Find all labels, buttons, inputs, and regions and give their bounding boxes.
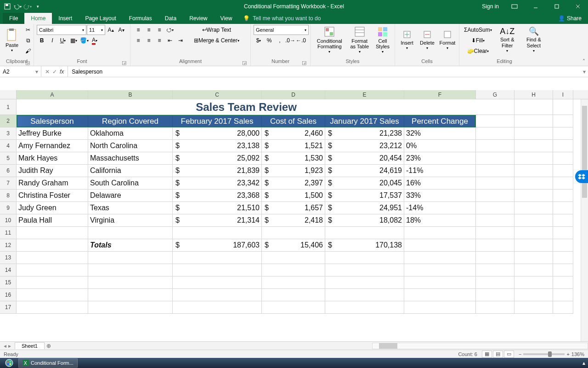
cell[interactable]: [476, 264, 514, 276]
row-header[interactable]: 1: [0, 99, 17, 115]
cell[interactable]: -14%: [404, 202, 476, 214]
cell[interactable]: [514, 289, 553, 301]
tab-formulas[interactable]: Formulas: [123, 13, 158, 24]
cell[interactable]: [173, 252, 262, 264]
cell[interactable]: Texas: [88, 202, 173, 214]
cell[interactable]: [325, 276, 404, 289]
title-cell[interactable]: Sales Team Review: [17, 99, 476, 115]
cell[interactable]: Amy Fernandez: [17, 140, 88, 152]
cell[interactable]: 18%: [404, 214, 476, 227]
cell[interactable]: [262, 264, 325, 276]
cell[interactable]: [553, 177, 573, 190]
cell[interactable]: South Carolina: [88, 177, 173, 190]
cell[interactable]: $2,418: [262, 214, 325, 227]
save-icon[interactable]: [3, 2, 12, 11]
cell[interactable]: [553, 165, 573, 177]
cell[interactable]: [173, 276, 262, 289]
comma-format-icon[interactable]: ,: [275, 35, 285, 46]
row-header[interactable]: 12: [0, 239, 17, 252]
cell[interactable]: [553, 276, 573, 289]
cell[interactable]: [476, 177, 514, 190]
cell[interactable]: $21,510: [173, 202, 262, 214]
cell[interactable]: $1,923: [262, 165, 325, 177]
cell[interactable]: 33%: [404, 190, 476, 202]
cell[interactable]: Paula Hall: [17, 214, 88, 227]
cell[interactable]: [17, 276, 88, 289]
percent-format-icon[interactable]: %: [264, 35, 274, 46]
format-as-table-button[interactable]: Format as Table▾: [348, 25, 372, 55]
copy-icon[interactable]: ⧉: [23, 35, 33, 46]
cell[interactable]: [404, 276, 476, 289]
row-header[interactable]: 2: [0, 115, 17, 127]
row-header[interactable]: 13: [0, 252, 17, 264]
decrease-decimal-icon[interactable]: ←.0: [296, 35, 306, 46]
fill-button[interactable]: ⬇ Fill ▾: [462, 35, 494, 46]
font-color-icon[interactable]: A▾: [90, 35, 100, 46]
cell[interactable]: 23%: [404, 152, 476, 165]
row-header[interactable]: 6: [0, 165, 17, 177]
page-break-view-icon[interactable]: ▭: [504, 351, 514, 358]
cell[interactable]: [262, 276, 325, 289]
row-header[interactable]: 8: [0, 190, 17, 202]
cell[interactable]: [476, 190, 514, 202]
cell[interactable]: $21,238: [325, 127, 404, 140]
cell[interactable]: [514, 301, 553, 314]
minimize-icon[interactable]: [526, 0, 546, 13]
cell[interactable]: [514, 227, 553, 239]
cell[interactable]: [553, 190, 573, 202]
align-bottom-icon[interactable]: ≡: [154, 25, 164, 35]
cell[interactable]: [88, 289, 173, 301]
cell[interactable]: $23,212: [325, 140, 404, 152]
cell[interactable]: [514, 127, 553, 140]
name-box[interactable]: A2▾: [0, 66, 41, 77]
increase-font-icon[interactable]: A▴: [106, 25, 116, 35]
fill-color-icon[interactable]: 🪣▾: [79, 35, 89, 46]
close-icon[interactable]: [568, 0, 588, 13]
redo-icon[interactable]: ▾: [23, 2, 32, 11]
cell[interactable]: [553, 264, 573, 276]
cell[interactable]: [404, 239, 476, 252]
col-header[interactable]: G: [476, 90, 514, 99]
clipboard-launcher-icon[interactable]: ◲: [24, 59, 31, 66]
row-header[interactable]: 4: [0, 140, 17, 152]
cell[interactable]: [514, 152, 553, 165]
signin-button[interactable]: Sign in: [477, 0, 503, 13]
row-header[interactable]: 17: [0, 301, 17, 314]
cell[interactable]: $18,082: [325, 214, 404, 227]
paste-button[interactable]: Paste ▾: [3, 25, 21, 55]
col-header[interactable]: H: [514, 90, 553, 99]
cell[interactable]: [476, 239, 514, 252]
cell[interactable]: [514, 190, 553, 202]
increase-decimal-icon[interactable]: .0→: [285, 35, 295, 46]
italic-icon[interactable]: I: [47, 35, 57, 46]
normal-view-icon[interactable]: ▦: [482, 351, 492, 358]
font-size-combo[interactable]: 11▾: [87, 25, 105, 35]
cell[interactable]: Judy Green: [17, 202, 88, 214]
font-name-combo[interactable]: Calibri▾: [37, 25, 86, 35]
cell[interactable]: [553, 127, 573, 140]
cell[interactable]: [404, 301, 476, 314]
cell[interactable]: [514, 239, 553, 252]
cell[interactable]: [17, 289, 88, 301]
cell[interactable]: $15,406: [262, 239, 325, 252]
undo-icon[interactable]: ▾: [13, 2, 22, 11]
cell[interactable]: [514, 202, 553, 214]
cell[interactable]: [514, 140, 553, 152]
format-cells-button[interactable]: Format▾: [438, 25, 457, 55]
cell[interactable]: $23,342: [173, 177, 262, 190]
cell[interactable]: $23,368: [173, 190, 262, 202]
cell[interactable]: $170,138: [325, 239, 404, 252]
cell[interactable]: [553, 227, 573, 239]
wrap-text-button[interactable]: ↩ Wrap Text: [191, 25, 242, 35]
cell[interactable]: $2,397: [262, 177, 325, 190]
borders-icon[interactable]: ▦▾: [68, 35, 79, 46]
row-header[interactable]: 11: [0, 227, 17, 239]
cell[interactable]: $24,619: [325, 165, 404, 177]
cell[interactable]: Christina Foster: [17, 190, 88, 202]
cancel-formula-icon[interactable]: ✕: [45, 69, 50, 75]
cell[interactable]: [514, 115, 553, 127]
cell[interactable]: [553, 202, 573, 214]
cell[interactable]: $23,138: [173, 140, 262, 152]
cell[interactable]: [476, 99, 514, 115]
cell[interactable]: [514, 264, 553, 276]
